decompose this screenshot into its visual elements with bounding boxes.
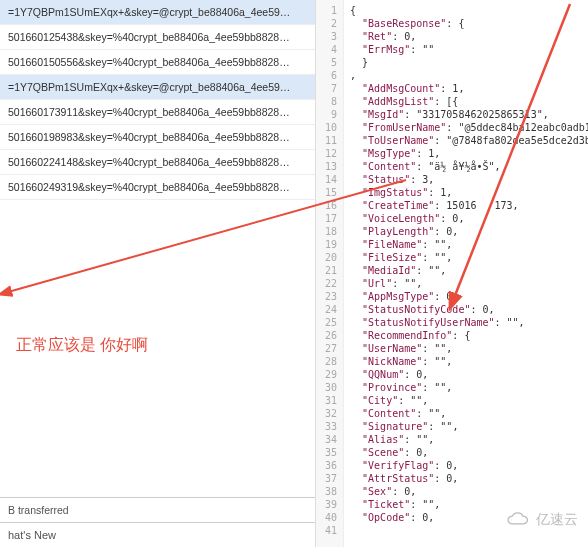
code-line: "AddMsgCount": 1, [350, 82, 582, 95]
request-row[interactable]: 501660150556&skey=%40crypt_be88406a_4ee5… [0, 50, 315, 75]
line-number: 41 [316, 524, 337, 537]
code-line: "ImgStatus": 1, [350, 186, 582, 199]
line-number: 29 [316, 368, 337, 381]
code-line: "FileName": "", [350, 238, 582, 251]
line-number: 15 [316, 186, 337, 199]
code-line: "MsgType": 1, [350, 147, 582, 160]
request-list[interactable]: =1Y7QBPm1SUmEXqx+&skey=@crypt_be88406a_4… [0, 0, 315, 249]
line-number: 9 [316, 108, 337, 121]
request-row[interactable]: 501660125438&skey=%40crypt_be88406a_4ee5… [0, 25, 315, 50]
request-row[interactable]: 501660173911&skey=%40crypt_be88406a_4ee5… [0, 100, 315, 125]
code-line: "Content": "ä½ å¥½å•Š", [350, 160, 582, 173]
code-line: "UserName": "", [350, 342, 582, 355]
watermark: 亿速云 [506, 511, 578, 529]
request-row[interactable]: 501660224148&skey=%40crypt_be88406a_4ee5… [0, 150, 315, 175]
line-number: 31 [316, 394, 337, 407]
line-number: 14 [316, 173, 337, 186]
line-number: 21 [316, 264, 337, 277]
line-number: 11 [316, 134, 337, 147]
code-line: "Alias": "", [350, 433, 582, 446]
line-number: 22 [316, 277, 337, 290]
line-number: 28 [316, 355, 337, 368]
code-line: "Ret": 0, [350, 30, 582, 43]
line-number: 20 [316, 251, 337, 264]
cloud-icon [506, 512, 532, 528]
code-line: "ErrMsg": "" [350, 43, 582, 56]
line-number: 27 [316, 342, 337, 355]
line-number: 38 [316, 485, 337, 498]
code-line: "Ticket": "", [350, 498, 582, 511]
code-line: "RecommendInfo": { [350, 329, 582, 342]
code-line: "Status": 3, [350, 173, 582, 186]
code-line: "StatusNotifyUserName": "", [350, 316, 582, 329]
line-number: 3 [316, 30, 337, 43]
line-number: 32 [316, 407, 337, 420]
line-number: 33 [316, 420, 337, 433]
code-line: "MediaId": "", [350, 264, 582, 277]
app-root: =1Y7QBPm1SUmEXqx+&skey=@crypt_be88406a_4… [0, 0, 588, 547]
code-line: "Scene": 0, [350, 446, 582, 459]
code-line: "NickName": "", [350, 355, 582, 368]
line-number: 5 [316, 56, 337, 69]
code-line: "StatusNotifyCode": 0, [350, 303, 582, 316]
code-line: "VerifyFlag": 0, [350, 459, 582, 472]
line-number: 34 [316, 433, 337, 446]
code-line: "AppMsgType": 0, [350, 290, 582, 303]
line-number: 24 [316, 303, 337, 316]
code-line: , [350, 69, 582, 82]
line-number: 37 [316, 472, 337, 485]
code-line: "VoiceLength": 0, [350, 212, 582, 225]
code-line: "Province": "", [350, 381, 582, 394]
code-line: "Signature": "", [350, 420, 582, 433]
code-line: } [350, 56, 582, 69]
line-number: 40 [316, 511, 337, 524]
code-line: "PlayLength": 0, [350, 225, 582, 238]
code-line: { [350, 4, 582, 17]
line-number: 12 [316, 147, 337, 160]
whats-new-bar[interactable]: hat's New [0, 522, 315, 547]
annotation-text: 正常应该是 你好啊 [16, 335, 148, 356]
code-line: "FileSize": "", [350, 251, 582, 264]
code-line: "MsgId": "3317058462025865313", [350, 108, 582, 121]
line-number: 18 [316, 225, 337, 238]
code-line: "Sex": 0, [350, 485, 582, 498]
code-line: "ToUserName": "@7848fa802dea5e5dce2d3b… [350, 134, 582, 147]
line-number: 13 [316, 160, 337, 173]
line-number: 23 [316, 290, 337, 303]
line-number: 36 [316, 459, 337, 472]
line-number: 7 [316, 82, 337, 95]
status-bar: B transferred [0, 497, 315, 522]
line-number: 2 [316, 17, 337, 30]
code-line: "AddMsgList": [{ [350, 95, 582, 108]
code-line: "City": "", [350, 394, 582, 407]
request-row[interactable]: =1Y7QBPm1SUmEXqx+&skey=@crypt_be88406a_4… [0, 75, 315, 100]
line-number: 1 [316, 4, 337, 17]
line-number: 35 [316, 446, 337, 459]
line-number: 4 [316, 43, 337, 56]
watermark-text: 亿速云 [536, 511, 578, 529]
line-gutter: 1234567891011121314151617181920212223242… [316, 0, 344, 547]
line-number: 25 [316, 316, 337, 329]
line-number: 16 [316, 199, 337, 212]
code-line: "AttrStatus": 0, [350, 472, 582, 485]
request-row[interactable]: 501660249319&skey=%40crypt_be88406a_4ee5… [0, 175, 315, 200]
request-row[interactable]: =1Y7QBPm1SUmEXqx+&skey=@crypt_be88406a_4… [0, 0, 315, 25]
line-number: 6 [316, 69, 337, 82]
request-row[interactable]: 501660198983&skey=%40crypt_be88406a_4ee5… [0, 125, 315, 150]
code-line: "Url": "", [350, 277, 582, 290]
line-number: 39 [316, 498, 337, 511]
code-line: "FromUserName": "@5ddec84ba12eabc0adb1… [350, 121, 582, 134]
line-number: 10 [316, 121, 337, 134]
code-line: "Content": "", [350, 407, 582, 420]
response-viewer: 1234567891011121314151617181920212223242… [316, 0, 588, 547]
line-number: 19 [316, 238, 337, 251]
line-number: 30 [316, 381, 337, 394]
line-number: 26 [316, 329, 337, 342]
request-list-panel: =1Y7QBPm1SUmEXqx+&skey=@crypt_be88406a_4… [0, 0, 316, 547]
code-line: "CreateTime": 15016 173, [350, 199, 582, 212]
json-code[interactable]: { "BaseResponse": { "Ret": 0, "ErrMsg": … [344, 0, 588, 547]
line-number: 8 [316, 95, 337, 108]
code-line: "QQNum": 0, [350, 368, 582, 381]
line-number: 17 [316, 212, 337, 225]
code-line: "BaseResponse": { [350, 17, 582, 30]
